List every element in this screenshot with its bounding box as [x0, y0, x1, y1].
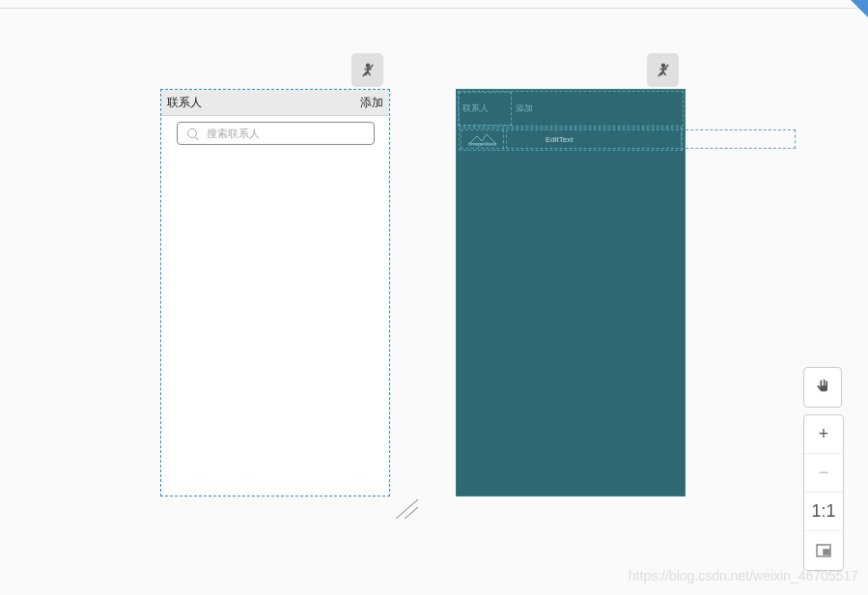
minus-icon: − [819, 463, 829, 483]
design-preview[interactable]: 联系人 添加 搜索联系人 [160, 89, 390, 496]
plus-icon: + [819, 424, 829, 444]
hand-icon [813, 378, 832, 397]
preview-toolbar[interactable]: 联系人 添加 [161, 90, 389, 116]
svg-point-0 [366, 64, 369, 67]
blueprint-toolbar[interactable]: 联系人 添加 [458, 91, 684, 127]
blueprint-imageview[interactable]: ImageView [461, 129, 504, 149]
svg-rect-7 [824, 550, 829, 554]
accessibility-toggle-blueprint[interactable] [647, 53, 679, 87]
blueprint-preview[interactable]: 联系人 添加 ImageView EditText [456, 89, 686, 496]
blueprint-action-hint: 添加 [516, 102, 533, 115]
toolbar-action-add[interactable]: 添加 [360, 95, 383, 111]
accessibility-toggle-design[interactable] [351, 53, 383, 87]
blueprint-search-row[interactable]: ImageView EditText [459, 128, 683, 151]
watermark: https://blog.csdn.net/weixin_46705517 [629, 568, 858, 583]
mountain-icon [467, 132, 498, 146]
search-icon [187, 128, 197, 138]
pan-button[interactable] [803, 367, 842, 408]
svg-point-2 [661, 64, 664, 67]
fit-screen-icon [816, 544, 831, 557]
accessibility-icon [359, 62, 377, 79]
svg-line-4 [396, 499, 418, 519]
blueprint-edittext[interactable]: EditText [506, 129, 796, 149]
search-box[interactable]: 搜索联系人 [177, 122, 375, 145]
zoom-fit-button[interactable] [804, 531, 843, 570]
zoom-in-button[interactable]: + [804, 415, 843, 454]
search-placeholder: 搜索联系人 [207, 127, 260, 141]
zoom-out-button[interactable]: − [804, 454, 843, 493]
zoom-reset-button[interactable]: 1:1 [804, 493, 843, 531]
accessibility-icon [655, 62, 672, 79]
design-canvas[interactable]: 联系人 添加 搜索联系人 联系人 添加 ImageView [0, 0, 868, 595]
blueprint-title-hint: 联系人 [462, 102, 489, 115]
divider [681, 128, 682, 150]
resize-handle-icon[interactable] [391, 497, 420, 522]
toolbar-title: 联系人 [167, 95, 202, 111]
